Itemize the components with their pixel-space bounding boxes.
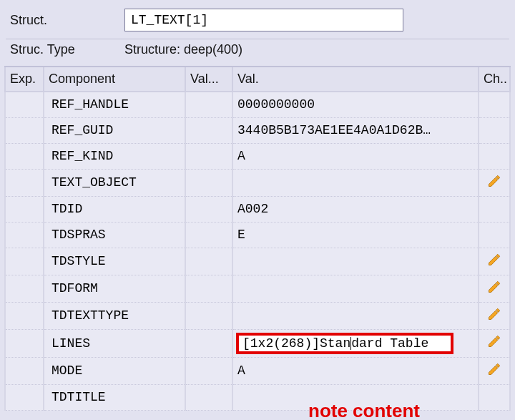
- change-cell[interactable]: [479, 329, 510, 357]
- annotation-note-content: note content: [308, 400, 420, 420]
- change-cell: [479, 196, 510, 222]
- val1-cell: [185, 302, 232, 329]
- component-cell: TDID: [44, 196, 185, 222]
- table-row[interactable]: REF_KINDA: [5, 143, 510, 169]
- struc-type-value: Structure: deep(400): [124, 42, 242, 57]
- val1-cell: [185, 222, 232, 248]
- change-cell[interactable]: [479, 302, 510, 329]
- exp-cell: [5, 357, 44, 384]
- col-exp[interactable]: Exp.: [5, 67, 44, 92]
- table-row[interactable]: MODEA: [5, 357, 510, 384]
- component-cell: REF_KIND: [44, 143, 185, 169]
- change-cell[interactable]: [479, 248, 510, 275]
- col-val1[interactable]: Val...: [185, 67, 232, 92]
- table-row[interactable]: TDSTYLE: [5, 248, 510, 275]
- table-row[interactable]: TDIDA002: [5, 196, 510, 222]
- exp-cell: [5, 222, 44, 248]
- change-cell: [479, 92, 510, 117]
- exp-cell: [5, 92, 44, 117]
- exp-cell: [5, 329, 44, 357]
- table-row[interactable]: TEXT_OBJECT: [5, 169, 510, 196]
- col-ch[interactable]: Ch..: [479, 67, 510, 92]
- pencil-icon[interactable]: [487, 174, 501, 188]
- pencil-icon[interactable]: [487, 253, 501, 267]
- exp-cell: [5, 143, 44, 169]
- change-cell[interactable]: [479, 275, 510, 302]
- change-cell: [479, 117, 510, 143]
- change-cell: [479, 222, 510, 248]
- val2-cell: A002: [232, 196, 479, 222]
- val2-cell: 3440B5B173AE1EE4A0A1D62B…: [232, 117, 479, 143]
- val1-cell: [185, 329, 232, 357]
- table-row[interactable]: REF_HANDLE0000000000: [5, 92, 510, 117]
- table-row[interactable]: REF_GUID3440B5B173AE1EE4A0A1D62B…: [5, 117, 510, 143]
- val2-cell: A: [232, 143, 479, 169]
- pencil-icon[interactable]: [487, 334, 501, 348]
- change-cell: [479, 384, 510, 410]
- struct-label: Struct.: [10, 13, 124, 28]
- component-cell: TDTEXTTYPE: [44, 302, 185, 329]
- structure-table: Exp. Component Val... Val. Ch.. REF_HAND…: [4, 67, 511, 411]
- val2-cell: [232, 302, 479, 329]
- exp-cell: [5, 302, 44, 329]
- table-row[interactable]: TDTEXTTYPE: [5, 302, 510, 329]
- exp-cell: [5, 117, 44, 143]
- exp-cell: [5, 384, 44, 410]
- component-cell: TDTITLE: [44, 384, 185, 410]
- exp-cell: [5, 275, 44, 302]
- value-edit-field[interactable]: [1x2(268)]Standard Table: [237, 334, 452, 353]
- table-header-row: Exp. Component Val... Val. Ch..: [5, 67, 510, 92]
- val2-cell: [232, 248, 479, 275]
- change-cell[interactable]: [479, 169, 510, 196]
- struc-type-label: Struc. Type: [10, 42, 124, 57]
- val2-cell: E: [232, 222, 479, 248]
- component-cell: LINES: [44, 329, 185, 357]
- col-val2[interactable]: Val.: [232, 67, 479, 92]
- val2-cell: 0000000000: [232, 92, 479, 117]
- val1-cell: [185, 117, 232, 143]
- struct-input[interactable]: [124, 9, 403, 31]
- col-component[interactable]: Component: [44, 67, 185, 92]
- component-cell: TEXT_OBJECT: [44, 169, 185, 196]
- table-row[interactable]: TDSPRASE: [5, 222, 510, 248]
- table-row[interactable]: TDFORM: [5, 275, 510, 302]
- component-cell: TDSTYLE: [44, 248, 185, 275]
- val2-cell: [232, 169, 479, 196]
- val1-cell: [185, 169, 232, 196]
- val2-cell: [232, 275, 479, 302]
- val1-cell: [185, 196, 232, 222]
- component-cell: TDFORM: [44, 275, 185, 302]
- component-cell: TDSPRAS: [44, 222, 185, 248]
- value-text-right: dard Table: [351, 336, 428, 351]
- change-cell[interactable]: [479, 357, 510, 384]
- exp-cell: [5, 169, 44, 196]
- val1-cell: [185, 275, 232, 302]
- pencil-icon[interactable]: [487, 307, 501, 321]
- table-row[interactable]: TDTITLE: [5, 384, 510, 410]
- pencil-icon[interactable]: [487, 280, 501, 294]
- component-cell: REF_HANDLE: [44, 92, 185, 117]
- val1-cell: [185, 92, 232, 117]
- val1-cell: [185, 143, 232, 169]
- component-cell: MODE: [44, 357, 185, 384]
- exp-cell: [5, 248, 44, 275]
- val1-cell: [185, 384, 232, 410]
- value-text-left: [1x2(268)]Stan: [242, 336, 350, 351]
- pencil-icon[interactable]: [487, 362, 501, 376]
- change-cell: [479, 143, 510, 169]
- component-cell: REF_GUID: [44, 117, 185, 143]
- val2-cell[interactable]: [1x2(268)]Standard Table: [232, 329, 479, 357]
- exp-cell: [5, 196, 44, 222]
- val2-cell: A: [232, 357, 479, 384]
- val1-cell: [185, 357, 232, 384]
- table-row[interactable]: LINES[1x2(268)]Standard Table: [5, 329, 510, 357]
- val1-cell: [185, 248, 232, 275]
